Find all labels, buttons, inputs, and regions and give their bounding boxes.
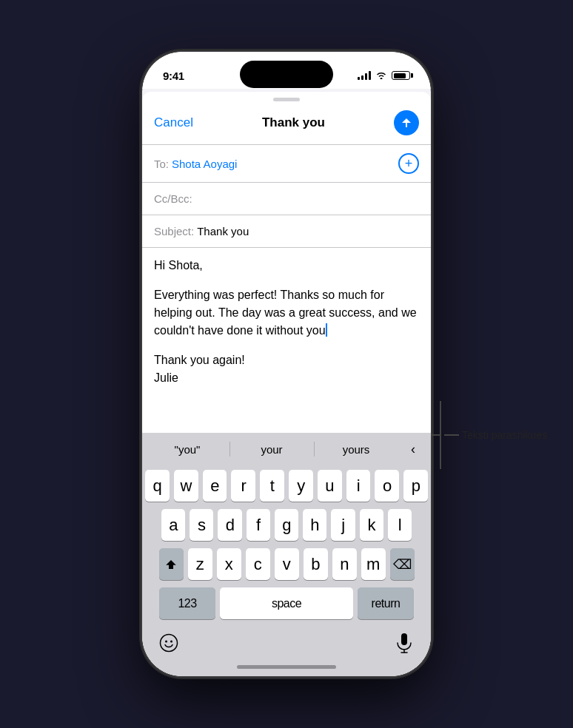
mail-header: Cancel Thank you [142,104,431,145]
predictive-word-3[interactable]: yours [314,437,398,462]
predictive-word-1[interactable]: "you" [145,437,229,462]
svg-rect-3 [401,633,407,645]
numbers-key[interactable]: 123 [159,587,215,619]
key-o[interactable]: o [375,470,399,502]
key-y[interactable]: y [289,470,313,502]
key-k[interactable]: k [360,509,383,541]
key-b[interactable]: b [304,548,328,580]
body-greeting: Hi Shota, [154,257,419,274]
key-t[interactable]: t [260,470,284,502]
space-key[interactable]: space [220,587,353,619]
subject-label: Subject: [154,225,194,237]
body-closing: Thank you again! [154,351,419,369]
key-x[interactable]: x [217,548,241,580]
add-contact-button[interactable]: + [398,153,419,174]
to-value: Shota Aoyagi [172,158,398,170]
delete-key[interactable]: ⌫ [390,548,415,580]
home-indicator [142,661,431,676]
key-s[interactable]: s [190,509,213,541]
subject-value: Thank you [197,225,419,237]
key-g[interactable]: g [275,509,298,541]
return-key[interactable]: return [358,587,414,619]
battery-icon [392,71,410,80]
keyboard-bottom [142,622,431,661]
screen: 9:41 [142,52,431,676]
key-p[interactable]: p [403,470,428,502]
home-bar [237,665,336,669]
predictive-word-2[interactable]: your [229,437,314,462]
to-label: To: [154,158,169,170]
key-u[interactable]: u [318,470,342,502]
cancel-button[interactable]: Cancel [154,115,193,130]
predictive-collapse-button[interactable]: ‹ [398,433,428,465]
subject-field[interactable]: Subject: Thank you [142,215,431,248]
sheet-handle [142,92,431,104]
emoji-button[interactable] [154,628,184,658]
predictive-bar: "you" your yours ‹ [142,433,431,465]
keyboard-row-4: 123 space return [145,587,428,619]
key-q[interactable]: q [145,470,170,502]
to-field[interactable]: To: Shota Aoyagi + [142,145,431,183]
key-v[interactable]: v [275,548,299,580]
key-m[interactable]: m [361,548,386,580]
key-f[interactable]: f [247,509,270,541]
key-j[interactable]: j [331,509,355,541]
keyboard-row-1: q w e r t y u i o p [145,470,428,502]
shift-key[interactable] [159,548,184,580]
svg-point-2 [170,641,172,643]
keyboard-row-3: z x c v b n m ⌫ [145,548,428,580]
text-cursor [326,323,327,337]
keyboard-section: "you" your yours ‹ q w e r [142,433,431,676]
cc-bcc-field[interactable]: Cc/Bcc: [142,183,431,215]
phone-frame: 9:41 [142,52,431,676]
key-e[interactable]: e [203,470,227,502]
send-button[interactable] [394,110,419,135]
dynamic-island [240,61,333,88]
key-r[interactable]: r [231,470,255,502]
keyboard-rows: q w e r t y u i o p [142,465,431,622]
signal-bars-icon [358,71,371,80]
key-l[interactable]: l [388,509,412,541]
mail-body[interactable]: Hi Shota, Everything was perfect! Thanks… [142,248,431,433]
mail-sheet: Cancel Thank you To: Shota Aoyagi + [142,92,431,676]
key-i[interactable]: i [346,470,371,502]
keyboard-row-2: a s d f g h j k l [145,509,428,541]
annotation-text: Teksti parashikues [462,429,547,441]
key-h[interactable]: h [303,509,326,541]
predictive-words: "you" your yours [145,437,398,462]
body-main: Everything was perfect! Thanks so much f… [154,286,419,340]
status-icons [358,70,410,81]
svg-point-1 [165,641,167,643]
key-w[interactable]: w [174,470,198,502]
mail-title: Thank you [262,115,325,130]
dictate-button[interactable] [389,628,419,658]
wifi-icon [375,70,387,81]
svg-point-0 [161,635,178,652]
key-z[interactable]: z [188,548,212,580]
cc-bcc-label: Cc/Bcc: [154,192,192,205]
key-d[interactable]: d [218,509,241,541]
key-c[interactable]: c [246,548,270,580]
key-a[interactable]: a [161,509,185,541]
status-time: 9:41 [163,70,184,82]
body-signature: Julie [154,369,419,387]
annotation: Teksti parashikues [431,401,547,469]
handle-bar [273,98,300,101]
key-n[interactable]: n [332,548,357,580]
